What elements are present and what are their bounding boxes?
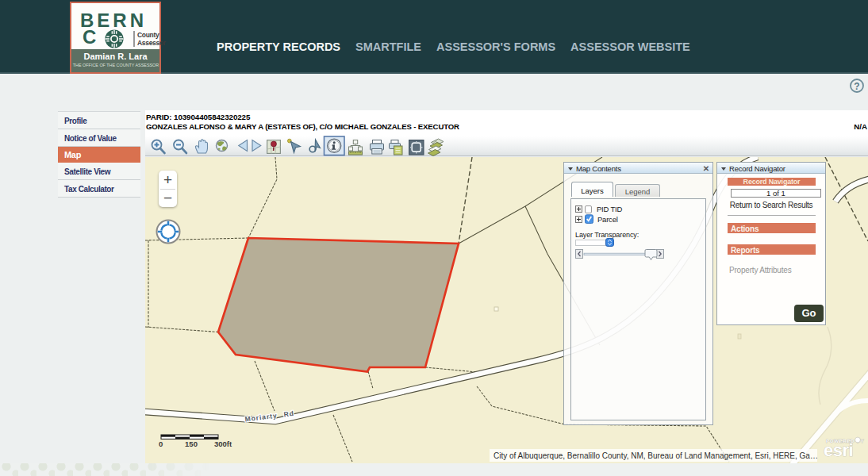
- svg-text:?: ?: [854, 81, 859, 92]
- svg-text:300ft: 300ft: [214, 440, 232, 448]
- svg-text:City of Albuquerque, Bernalill: City of Albuquerque, Bernalillo County, …: [494, 451, 818, 460]
- svg-text:esri: esri: [824, 440, 853, 460]
- svg-text:150: 150: [185, 440, 198, 448]
- svg-text:0: 0: [159, 440, 163, 448]
